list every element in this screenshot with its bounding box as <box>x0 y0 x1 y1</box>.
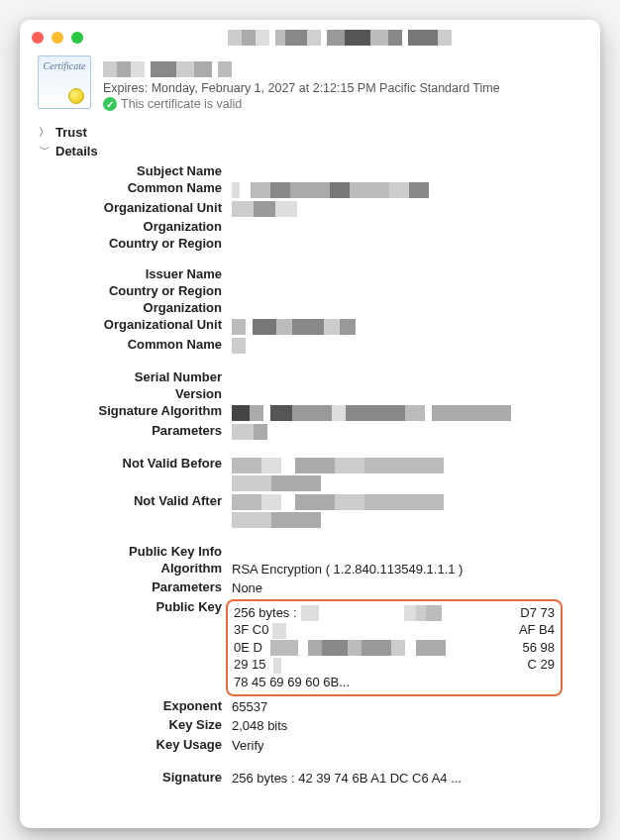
window-controls <box>32 32 83 44</box>
key-size-value: 2,048 bits <box>232 717 582 735</box>
minimize-icon[interactable] <box>52 32 63 44</box>
organization-label: Organization <box>44 219 222 234</box>
country-label: Country or Region <box>44 236 222 251</box>
not-before-value <box>232 456 582 490</box>
certificate-name-redacted <box>103 61 500 77</box>
valid-status: ✓ This certificate is valid <box>103 97 500 111</box>
algorithm-label: Algorithm <box>44 561 222 576</box>
checkmark-icon: ✓ <box>103 97 117 111</box>
zoom-icon[interactable] <box>71 32 83 44</box>
issuer-org-unit-label: Organizational Unit <box>44 317 222 332</box>
sections: 〉 Trust 〉 Details Subject Name Common Na… <box>20 121 600 788</box>
common-name-label: Common Name <box>44 180 222 195</box>
serial-label: Serial Number <box>44 369 222 384</box>
public-key-value: 256 bytes : D7 73 3F C0 AF B4 0E D <box>232 599 582 696</box>
not-after-value <box>232 493 582 528</box>
not-after-label: Not Valid After <box>44 493 222 508</box>
pki-heading: Public Key Info <box>44 544 222 559</box>
issuer-country-label: Country or Region <box>44 283 222 298</box>
issuer-name-heading: Issuer Name <box>44 266 222 281</box>
cert-params-value <box>232 423 582 441</box>
subject-name-heading: Subject Name <box>44 163 222 178</box>
chevron-down-icon: 〉 <box>37 146 52 158</box>
exponent-value: 65537 <box>232 698 582 716</box>
not-before-label: Not Valid Before <box>44 456 222 471</box>
key-usage-value: Verify <box>232 737 582 755</box>
trust-section-toggle[interactable]: 〉 Trust <box>38 123 582 142</box>
algorithm-value: RSA Encryption ( 1.2.840.113549.1.1.1 ) <box>232 561 582 578</box>
trust-heading: Trust <box>55 125 87 140</box>
titlebar <box>20 20 600 52</box>
common-name-value <box>232 180 582 198</box>
details-section-toggle[interactable]: 〉 Details <box>38 142 582 160</box>
org-unit-label: Organizational Unit <box>44 200 222 215</box>
details-body: Subject Name Common Name Organizational … <box>38 160 582 788</box>
details-heading: Details <box>55 144 98 158</box>
params-label: Parameters <box>44 579 222 594</box>
sig-algo-value <box>232 403 582 421</box>
certificate-header: Certificate Expires: Monday, February 1,… <box>20 52 600 121</box>
certificate-summary: Expires: Monday, February 1, 2027 at 2:1… <box>103 55 500 111</box>
key-size-label: Key Size <box>44 717 222 732</box>
issuer-org-unit-value <box>232 317 582 335</box>
close-icon[interactable] <box>32 32 44 44</box>
signature-label: Signature <box>44 770 222 785</box>
issuer-org-label: Organization <box>44 300 222 315</box>
exponent-label: Exponent <box>44 698 222 713</box>
expires-text: Expires: Monday, February 1, 2027 at 2:1… <box>103 81 500 95</box>
window-title-redacted <box>91 30 588 46</box>
version-label: Version <box>44 386 222 401</box>
issuer-common-name-label: Common Name <box>44 337 222 352</box>
params-value: None <box>232 579 582 597</box>
cert-params-label: Parameters <box>44 423 222 438</box>
certificate-window: Certificate Expires: Monday, February 1,… <box>20 20 600 828</box>
public-key-highlight: 256 bytes : D7 73 3F C0 AF B4 0E D <box>226 599 563 696</box>
key-usage-label: Key Usage <box>44 737 222 752</box>
chevron-right-icon: 〉 <box>38 125 50 140</box>
public-key-label: Public Key <box>44 599 222 614</box>
issuer-common-name-value <box>232 337 582 355</box>
certificate-icon: Certificate <box>38 55 91 109</box>
org-unit-value <box>232 200 582 218</box>
sig-algo-label: Signature Algorithm <box>44 403 222 418</box>
signature-value: 256 bytes : 42 39 74 6B A1 DC C6 A4 ... <box>232 770 582 788</box>
